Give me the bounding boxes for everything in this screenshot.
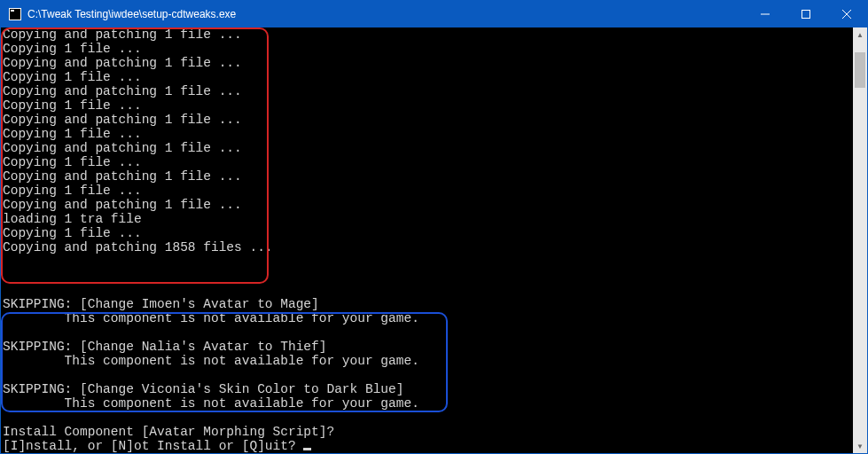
terminal-line: Copying and patching 1 file ... — [3, 27, 853, 42]
terminal-line: Copying 1 file ... — [3, 70, 853, 84]
content-area: Copying and patching 1 file ...Copying 1… — [1, 27, 867, 453]
terminal-line: SKIPPING: [Change Viconia's Skin Color t… — [3, 382, 853, 396]
terminal-line: Copying and patching 1 file ... — [3, 84, 853, 98]
terminal-line — [3, 269, 853, 283]
scroll-thumb[interactable] — [855, 52, 865, 88]
terminal-line: Copying 1 file ... — [3, 42, 853, 56]
cursor-icon — [303, 448, 311, 450]
terminal-line: Copying 1 file ... — [3, 184, 853, 198]
terminal-line: Copying and patching 1 file ... — [3, 56, 853, 70]
terminal-line: Copying 1 file ... — [3, 98, 853, 113]
terminal-line: loading 1 tra file — [3, 212, 853, 226]
terminal-line: This component is not available for your… — [3, 354, 853, 368]
terminal-line: Copying and patching 1 file ... — [3, 169, 853, 184]
scroll-down-icon[interactable]: ▼ — [853, 439, 867, 453]
maximize-button[interactable] — [786, 1, 826, 27]
terminal-output[interactable]: Copying and patching 1 file ...Copying 1… — [1, 27, 853, 453]
terminal-line: Copying and patching 1 file ... — [3, 198, 853, 212]
console-window: C:\Tweak Testing\iwdee\setup-cdtweaks.ex… — [0, 0, 868, 454]
window-controls — [745, 1, 867, 27]
vertical-scrollbar[interactable]: ▲ ▼ — [853, 27, 867, 453]
terminal-line — [3, 325, 853, 340]
terminal-line: [I]nstall, or [N]ot Install or [Q]uit? — [3, 439, 853, 453]
svg-rect-1 — [11, 10, 14, 12]
terminal-line: Copying 1 file ... — [3, 127, 853, 141]
window-title: C:\Tweak Testing\iwdee\setup-cdtweaks.ex… — [27, 8, 745, 20]
svg-rect-3 — [802, 11, 810, 19]
titlebar[interactable]: C:\Tweak Testing\iwdee\setup-cdtweaks.ex… — [1, 1, 867, 27]
terminal-line: Install Component [Avatar Morphing Scrip… — [3, 425, 853, 439]
terminal-line: This component is not available for your… — [3, 311, 853, 325]
app-icon — [8, 7, 22, 21]
terminal-line: This component is not available for your… — [3, 396, 853, 411]
terminal-line: Copying 1 file ... — [3, 226, 853, 240]
terminal-line — [3, 283, 853, 297]
terminal-line — [3, 411, 853, 425]
terminal-line — [3, 368, 853, 382]
close-button[interactable] — [826, 1, 867, 27]
minimize-button[interactable] — [745, 1, 786, 27]
scroll-up-icon[interactable]: ▲ — [853, 27, 867, 42]
terminal-line: Copying and patching 1858 files ... — [3, 240, 853, 254]
terminal-line: Copying and patching 1 file ... — [3, 113, 853, 127]
terminal-line: Copying 1 file ... — [3, 155, 853, 169]
terminal-line: Copying and patching 1 file ... — [3, 141, 853, 155]
terminal-line: SKIPPING: [Change Nalia's Avatar to Thie… — [3, 340, 853, 354]
terminal-line: SKIPPING: [Change Imoen's Avatar to Mage… — [3, 297, 853, 311]
terminal-line — [3, 254, 853, 269]
